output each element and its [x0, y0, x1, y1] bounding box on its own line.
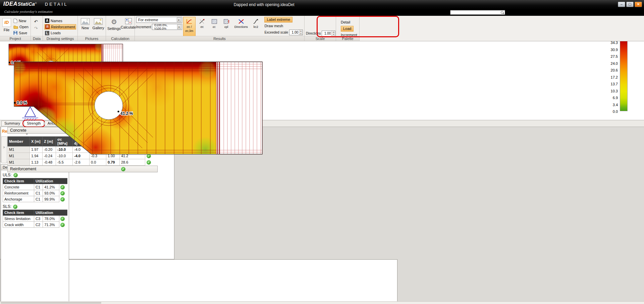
idea-file-icon: ID — [2, 18, 11, 27]
file-button[interactable]: ID File — [1, 17, 12, 36]
ribbon-group-scale: Directions ▲▼ Scale — [305, 16, 336, 41]
names-toggle[interactable]: A Names — [44, 18, 76, 24]
logo-registered-mark: ® — [35, 2, 37, 5]
ribbon-group-palette: Detail Load Increment Palette — [336, 16, 360, 41]
result-sigma-c-button[interactable]: σc — [197, 17, 208, 37]
window-title: Dapped end with opening.ideaDet — [234, 2, 294, 7]
search-icon[interactable] — [500, 11, 504, 14]
result-directions-button[interactable]: Directions — [233, 17, 249, 37]
scale-directions-spinner[interactable]: ▲▼ — [322, 31, 335, 36]
save-disk-icon — [13, 31, 17, 35]
increment-label: Increment — [136, 25, 151, 29]
loads-toggle[interactable]: L Loads — [44, 30, 76, 36]
brand-tagline: Calculate yesterday's estimates — [4, 10, 52, 13]
main-panel: Main — [0, 259, 397, 304]
chevron-down-icon[interactable]: ▼ — [177, 17, 181, 22]
result-sigma-ratio-button[interactable]: σc / σc,lim — [183, 17, 196, 37]
close-button[interactable]: ✕ — [635, 2, 642, 7]
sigma-ratio-label-2: σc,lim — [185, 29, 193, 33]
extreme-mode-select[interactable]: For extreme ▼ — [136, 17, 182, 23]
ribbon-group-drawing-settings: A Names R Reinforcement L Loads Drawing … — [43, 16, 78, 41]
new-button[interactable]: New — [13, 18, 29, 24]
main-view[interactable]: 0.0 % 41.2 % — [0, 6, 644, 304]
spin-up-icon[interactable]: ▲ — [299, 30, 303, 33]
sigma-c-icon — [199, 18, 205, 25]
minimize-button[interactable]: – — [618, 2, 625, 7]
extreme-mode-value: For extreme — [138, 18, 158, 22]
label-extreme-toggle[interactable]: Label extreme — [264, 17, 292, 23]
kc2-icon — [253, 18, 259, 25]
group-label-project: Project — [0, 36, 31, 41]
scale-directions-input[interactable] — [322, 31, 331, 36]
ribbon-group-results: For extreme ▼ Increment G100.0%, V100.0%… — [135, 16, 305, 41]
ribbon: ID File New Open Save Project — [0, 16, 644, 41]
reinforcement-icon: R — [45, 25, 50, 29]
ribbon-group-calculation: ⚙ Settings Calculate Calculation — [106, 16, 135, 41]
gear-icon: ⚙ — [111, 18, 117, 26]
support-symbol — [22, 107, 38, 121]
min-stress-label: 0.0 % — [17, 100, 27, 105]
result-epsilon-pl-button[interactable]: ! εpl — [221, 17, 232, 37]
chevron-down-icon[interactable]: ▼ — [177, 25, 181, 29]
open-button[interactable]: Open — [13, 24, 29, 30]
result-kc2-button[interactable]: kc2 — [250, 17, 261, 37]
max-stress-label: 41.2 % — [120, 111, 133, 116]
epsilon-pl-label: εpl — [224, 25, 228, 29]
reinforcement-label: Reinforcement — [51, 25, 75, 29]
new-picture-button[interactable]: New — [79, 17, 91, 36]
gallery-label: Gallery — [93, 26, 104, 30]
exceeded-scale-input[interactable] — [289, 30, 299, 35]
names-label: Names — [51, 19, 62, 23]
main-beam-view: 0.0 % 41.2 % — [0, 6, 397, 259]
spin-down-icon[interactable]: ▼ — [299, 33, 303, 35]
redo-button[interactable]: ↷ — [32, 26, 40, 32]
scale-directions-label: Directions — [306, 32, 321, 35]
palette-load-option[interactable]: Load — [341, 26, 354, 32]
new-picture-label: New — [82, 26, 89, 30]
group-label-scale: Scale — [305, 36, 336, 41]
logo-statica: StatiCa — [17, 1, 35, 7]
save-label: Save — [19, 31, 27, 35]
loads-icon: L — [45, 31, 49, 35]
spin-up-icon[interactable]: ▲ — [332, 31, 335, 34]
increment-value: G100.0%, V100.0% — [154, 24, 177, 30]
result-epsilon-c-button[interactable]: εc — [209, 17, 220, 37]
group-label-pictures: Pictures — [78, 36, 106, 41]
exceeded-scale-spinner[interactable]: ▲▼ — [289, 30, 303, 35]
increment-select[interactable]: G100.0%, V100.0% ▼ — [152, 24, 182, 30]
spin-down-icon[interactable]: ▼ — [332, 33, 335, 36]
search-box[interactable] — [450, 10, 505, 15]
logo-idea: IDEA — [3, 1, 17, 7]
epsilon-c-label: εc — [213, 25, 216, 29]
application-window: IDEAStatiCa® DETAIL Dapped end with open… — [0, 0, 644, 304]
search-input[interactable] — [450, 10, 500, 14]
svg-text:!: ! — [228, 19, 229, 24]
exceeded-scale-label: Exceeded scale — [264, 31, 288, 34]
new-file-icon — [13, 18, 17, 23]
calculate-button[interactable]: Calculate — [122, 17, 135, 36]
settings-button[interactable]: ⚙ Settings — [107, 17, 121, 36]
app-logo: IDEAStatiCa® DETAIL — [3, 1, 68, 7]
draw-mesh-toggle[interactable]: Draw mesh — [264, 23, 283, 29]
sigma-ratio-icon — [186, 18, 193, 25]
open-label: Open — [19, 25, 29, 29]
gallery-icon — [94, 18, 103, 25]
ribbon-group-project: ID File New Open Save Project — [0, 16, 31, 41]
directions-label: Directions — [234, 25, 248, 29]
calculate-icon — [125, 18, 132, 24]
window-controls: – ▢ ✕ — [618, 2, 642, 7]
epsilon-pl-icon: ! — [223, 18, 230, 25]
group-label-data: Data — [31, 36, 43, 41]
palette-detail-option[interactable]: Detail — [341, 19, 357, 25]
reinforcement-toggle[interactable]: R Reinforcement — [44, 24, 76, 30]
picture-icon — [81, 18, 90, 25]
directions-icon — [238, 18, 245, 25]
group-label-palette: Palette — [336, 36, 359, 41]
group-label-results: Results — [135, 36, 304, 41]
save-button[interactable]: Save — [13, 30, 29, 36]
open-folder-icon — [13, 25, 18, 29]
undo-button[interactable]: ↶ — [32, 19, 40, 25]
new-label: New — [19, 19, 26, 23]
maximize-button[interactable]: ▢ — [626, 2, 634, 7]
gallery-button[interactable]: Gallery — [92, 17, 104, 36]
